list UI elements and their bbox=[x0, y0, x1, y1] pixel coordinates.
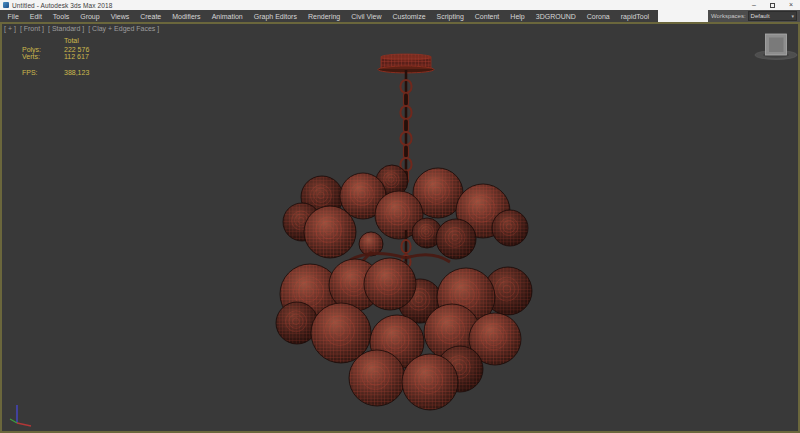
hanging-chain[interactable] bbox=[401, 70, 412, 183]
menu-customize[interactable]: Customize bbox=[387, 13, 431, 20]
chain-link bbox=[404, 145, 409, 158]
wireframe-sphere[interactable] bbox=[304, 206, 356, 258]
wireframe-sphere[interactable] bbox=[492, 210, 528, 246]
menu-scripting[interactable]: Scripting bbox=[431, 13, 469, 20]
viewport-menu-plus[interactable]: [ + ] bbox=[4, 25, 16, 32]
chandelier-arm bbox=[406, 255, 450, 262]
stats-verts-row: Verts: 112 617 bbox=[22, 53, 89, 61]
maximize-icon[interactable] bbox=[770, 3, 775, 8]
sphere-cluster-lower[interactable] bbox=[276, 258, 532, 410]
menu-civil-view[interactable]: Civil View bbox=[346, 13, 387, 20]
stats-polys-row: Polys: 222 576 bbox=[22, 46, 89, 54]
menu-help[interactable]: Help bbox=[505, 13, 530, 20]
world-axis-gizmo bbox=[10, 405, 31, 426]
chevron-down-icon: ▾ bbox=[791, 13, 794, 19]
menu-bar-row: FileEditToolsGroupViewsCreateModifiersAn… bbox=[0, 10, 800, 22]
window-title: Untitled - Autodesk 3ds Max 2018 bbox=[12, 2, 112, 9]
menu-file[interactable]: File bbox=[2, 13, 24, 20]
workspaces-widget: Workspaces: Default ▾ bbox=[708, 10, 800, 22]
workspaces-label: Workspaces: bbox=[711, 13, 746, 19]
viewport-front[interactable]: [ + ][ Front ][ Standard ][ Clay + Edged… bbox=[0, 22, 800, 433]
viewcube[interactable] bbox=[755, 34, 797, 60]
title-bar: Untitled - Autodesk 3ds Max 2018 – × bbox=[0, 0, 800, 10]
menu-bar-gap bbox=[658, 10, 708, 22]
menu-tools[interactable]: Tools bbox=[47, 13, 74, 20]
stats-total-header: Total bbox=[64, 37, 89, 45]
axis-y bbox=[10, 419, 17, 423]
chain-link bbox=[404, 93, 409, 106]
menu-rendering[interactable]: Rendering bbox=[302, 13, 345, 20]
viewport-menu-shading[interactable]: [ Clay + Edged Faces ] bbox=[88, 25, 159, 32]
menu-3dground[interactable]: 3DGROUND bbox=[530, 13, 581, 20]
close-icon[interactable]: × bbox=[789, 0, 793, 10]
menu-animation[interactable]: Animation bbox=[206, 13, 248, 20]
scene-canvas[interactable] bbox=[0, 22, 800, 433]
wireframe-sphere[interactable] bbox=[364, 258, 416, 310]
window-controls: – × bbox=[752, 0, 800, 10]
wireframe-sphere[interactable] bbox=[402, 354, 458, 410]
app-window: Untitled - Autodesk 3ds Max 2018 – × Fil… bbox=[0, 0, 800, 433]
menu-group[interactable]: Group bbox=[75, 13, 105, 20]
menu-corona[interactable]: Corona bbox=[581, 13, 615, 20]
viewport-label: [ + ][ Front ][ Standard ][ Clay + Edged… bbox=[4, 25, 159, 32]
menu-rapidtool[interactable]: rapidTool bbox=[615, 13, 654, 20]
viewport-menu-view[interactable]: [ Front ] bbox=[20, 25, 44, 32]
minimize-icon[interactable]: – bbox=[752, 0, 756, 10]
menu-graph-editors[interactable]: Graph Editors bbox=[248, 13, 302, 20]
viewport-menu-renderer[interactable]: [ Standard ] bbox=[48, 25, 84, 32]
3ds-max-app-icon bbox=[3, 2, 9, 8]
chain-link bbox=[404, 119, 409, 132]
workspaces-value: Default bbox=[751, 13, 770, 19]
menu-create[interactable]: Create bbox=[135, 13, 167, 20]
workspaces-dropdown[interactable]: Default ▾ bbox=[748, 11, 797, 21]
wireframe-sphere[interactable] bbox=[436, 219, 476, 259]
wireframe-sphere[interactable] bbox=[349, 350, 405, 406]
stats-fps-row: FPS: 388,123 bbox=[22, 69, 89, 77]
menu-bar: FileEditToolsGroupViewsCreateModifiersAn… bbox=[0, 10, 658, 22]
axis-x bbox=[17, 423, 31, 426]
menu-modifiers[interactable]: Modifiers bbox=[167, 13, 206, 20]
menu-views[interactable]: Views bbox=[105, 13, 135, 20]
menu-content[interactable]: Content bbox=[469, 13, 505, 20]
menu-edit[interactable]: Edit bbox=[24, 13, 47, 20]
viewport-statistics: Total Polys: 222 576 Verts: 112 617 FPS:… bbox=[22, 37, 89, 76]
